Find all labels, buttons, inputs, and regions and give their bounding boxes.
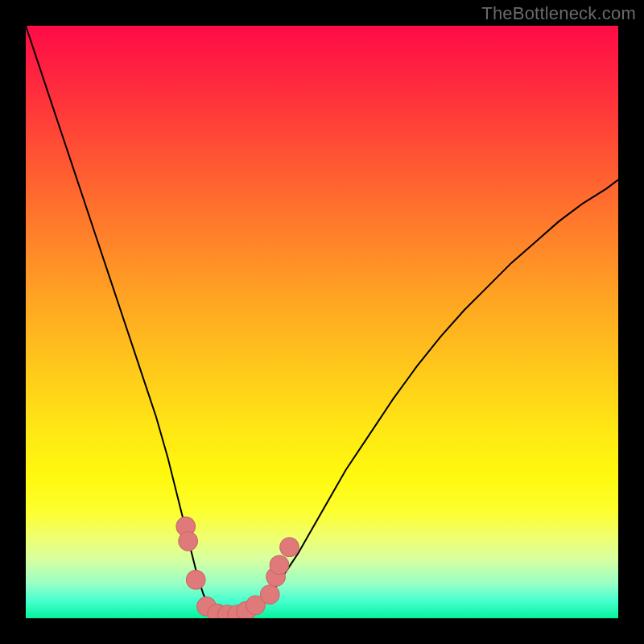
outer-frame: TheBottleneck.com xyxy=(0,0,644,644)
data-marker xyxy=(260,585,279,605)
data-marker xyxy=(280,538,299,557)
chart-area xyxy=(26,26,618,618)
bottleneck-chart xyxy=(26,26,618,618)
data-marker xyxy=(186,570,205,589)
watermark-text: TheBottleneck.com xyxy=(481,3,636,24)
data-marker xyxy=(179,532,198,551)
curve-path xyxy=(26,26,618,615)
data-marker xyxy=(270,555,289,575)
